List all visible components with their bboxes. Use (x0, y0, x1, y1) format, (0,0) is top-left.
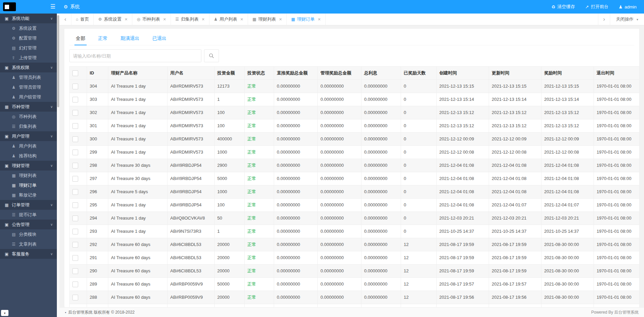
tab-list: ⌂ 首页 ⚙ 系统设置 ✕ ◎ 币种列表 ✕ ☰ 归集列表 ✕ ♟ 用户列表 ✕… (71, 14, 326, 25)
table-cell: 2021-12-13 15:14 (489, 93, 541, 106)
sidebar-item[interactable]: ⚙ 配置管理 (0, 33, 57, 43)
row-checkbox[interactable] (72, 216, 78, 221)
row-checkbox[interactable] (72, 295, 78, 300)
select-all-checkbox[interactable] (72, 70, 78, 76)
admin-user-button[interactable]: ♟admin (619, 4, 637, 9)
tab-close-icon[interactable]: ✕ (240, 17, 243, 22)
row-checkbox[interactable] (72, 123, 78, 129)
filter-tab[interactable]: 正常 (92, 32, 114, 45)
table-cell: 0 (401, 93, 437, 106)
sidebar-section[interactable]: ▣ 理财管理 ∨ (0, 161, 57, 171)
row-checkbox[interactable] (72, 136, 78, 142)
sidebar-section[interactable]: ▦ 币种管理 ∨ (0, 102, 57, 112)
table-cell: 0.00000000 (318, 212, 361, 225)
sidebar-scrollbar-thumb[interactable] (57, 15, 59, 107)
system-menu[interactable]: ⚙ 系统 (64, 4, 80, 10)
folder-icon: ▦ (5, 203, 12, 207)
table-cell: 0.00000000 (318, 291, 361, 304)
sidebar-section[interactable]: ▣ 用户管理 ∨ (0, 131, 57, 141)
sidebar-section[interactable]: ▣ 系统权限 ∨ (0, 63, 57, 72)
row-checkbox[interactable] (72, 176, 78, 182)
row-checkbox[interactable] (72, 255, 78, 261)
chevron-down-icon: ∨ (50, 17, 53, 20)
chevron-down-icon: ∨ (50, 134, 53, 138)
row-checkbox[interactable] (72, 268, 78, 274)
row-checkbox[interactable] (72, 202, 78, 208)
sidebar-item[interactable]: ▦ 理财列表 (0, 171, 57, 180)
tab-icon: ▦ (252, 17, 256, 22)
sidebar-item[interactable]: ☰ 文章列表 (0, 239, 57, 249)
table-cell: 2021-12-13 15:14 (541, 93, 594, 106)
table-cell: 2021-08-30 00:00 (541, 278, 594, 291)
tab-close-icon[interactable]: ✕ (163, 17, 166, 22)
row-checkbox[interactable] (72, 281, 78, 287)
sidebar-item[interactable]: ♟ 管理员列表 (0, 72, 57, 82)
table-cell: 288 (87, 291, 108, 304)
page-tab[interactable]: ⚙ 系统设置 ✕ (94, 14, 132, 25)
page-tab[interactable]: ▦ 理财订单 ✕ (287, 14, 326, 25)
row-checkbox[interactable] (72, 150, 78, 155)
sidebar-item[interactable]: ♟ 推荐结构 (0, 151, 57, 161)
open-frontend-button[interactable]: ↗打开前台 (585, 4, 608, 10)
sidebar-section[interactable]: ▦ 订单管理 ∨ (0, 200, 57, 210)
table-cell: 2021-12-12 00:08 (437, 146, 489, 159)
sidebar-item[interactable]: ♟ 管理员管理 (0, 82, 57, 92)
filter-tab[interactable]: 已退出 (146, 32, 173, 45)
tabs-back-arrow[interactable]: ‹ (60, 14, 71, 25)
page-tab[interactable]: ◎ 币种列表 ✕ (132, 14, 171, 25)
tabs-forward-arrow[interactable]: › (598, 14, 610, 25)
sidebar-item-label: 上传管理 (19, 55, 37, 61)
hamburger-icon[interactable]: ☰ (47, 0, 58, 14)
tab-close-icon[interactable]: ✕ (125, 17, 128, 22)
filter-tab[interactable]: 全部 (69, 32, 92, 45)
sidebar-scrollbar[interactable] (57, 14, 60, 317)
table-row: 302AI Treasure 1 dayAB#RDMIRV573100正常0.0… (70, 106, 640, 119)
orders-table: ID理财产品名称用户名投资金额投资状态直推奖励总金额管理奖励总金额总利息已奖励天… (69, 66, 639, 307)
sidebar-item[interactable]: ◎ 币种列表 (0, 112, 57, 121)
row-checkbox[interactable] (72, 229, 78, 234)
table-cell: 291 (87, 251, 108, 265)
row-checkbox[interactable] (72, 84, 78, 89)
sidebar-section[interactable]: ▣ 系统功能 ∨ (0, 14, 57, 23)
sidebar-item-label: 文章列表 (19, 241, 37, 247)
page-tab[interactable]: ♟ 用户列表 ✕ (209, 14, 248, 25)
sidebar-item[interactable]: ☰ 归集列表 (0, 121, 57, 131)
sidebar-section[interactable]: ▣ 客服服务 ∨ (0, 249, 57, 259)
table-cell: 2021-12-04 01:08 (437, 185, 489, 199)
page-tab[interactable]: ☰ 归集列表 ✕ (171, 14, 209, 25)
search-row (69, 49, 634, 62)
sidebar-item[interactable]: ▦ 理财订单 (0, 180, 57, 190)
sidebar-item[interactable]: ▤ 幻灯管理 (0, 43, 57, 53)
page-tab[interactable]: ▦ 理财列表 ✕ (248, 14, 287, 25)
sidebar-item[interactable]: ▤ 分类模块 (0, 229, 57, 239)
clear-cache-button[interactable]: ♻清空缓存 (551, 4, 575, 10)
search-button[interactable] (204, 49, 219, 62)
filter-tab[interactable]: 期满退出 (114, 32, 146, 45)
column-header: 用户名 (168, 67, 215, 80)
search-input[interactable] (69, 49, 201, 62)
table-cell: 297 (87, 172, 108, 185)
sidebar-section[interactable]: ▣ 公告管理 ∨ (0, 220, 57, 229)
sidebar-item[interactable]: ⇧ 上传管理 (0, 53, 57, 63)
row-checkbox[interactable] (72, 110, 78, 116)
row-checkbox[interactable] (72, 242, 78, 248)
table-cell: 0.00000000 (361, 185, 401, 199)
sidebar-item-label: 用户列表 (19, 143, 37, 149)
menu-item-icon: ◎ (12, 114, 19, 119)
sidebar-item[interactable]: ♟ 用户列表 (0, 141, 57, 151)
bottom-left-caret[interactable]: ▾ (1, 310, 8, 316)
sidebar-item[interactable]: ♟ 用户组管理 (0, 92, 57, 102)
sidebar-item[interactable]: ⚙ 系统设置 (0, 23, 57, 33)
row-checkbox[interactable] (72, 97, 78, 103)
tab-close-icon[interactable]: ✕ (202, 17, 205, 22)
sidebar-item[interactable]: ☰ 提币订单 (0, 210, 57, 220)
table-cell: 12 (401, 251, 437, 265)
logo-area (0, 2, 47, 11)
sidebar-item[interactable]: ▦ 释放记录 (0, 190, 57, 200)
tab-close-icon[interactable]: ✕ (279, 17, 282, 22)
page-tab[interactable]: ⌂ 首页 (71, 14, 94, 25)
tab-close-icon[interactable]: ✕ (318, 17, 321, 22)
row-checkbox[interactable] (72, 163, 78, 168)
row-checkbox[interactable] (72, 189, 78, 195)
close-operations-dropdown[interactable]: 关闭操作 ▾ (610, 14, 644, 25)
